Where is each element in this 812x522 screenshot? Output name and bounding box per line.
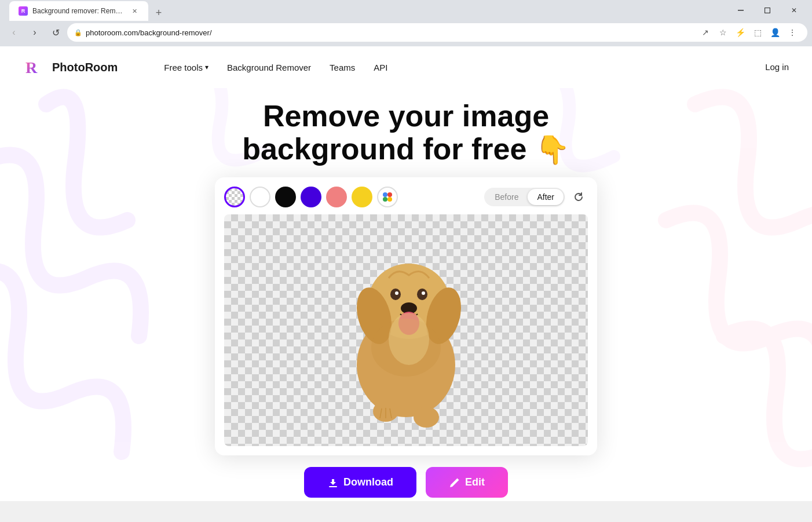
download-icon xyxy=(327,477,339,488)
tab-favicon: R xyxy=(19,6,28,16)
swatch-multicolor[interactable] xyxy=(377,187,398,207)
hero-title: Remove your image background for free 👇 xyxy=(242,100,570,166)
chevron-down-icon: ▾ xyxy=(205,63,209,71)
nav-link-background-remover[interactable]: Background Remover xyxy=(227,63,311,72)
svg-point-14 xyxy=(422,291,425,295)
nav-link-teams[interactable]: Teams xyxy=(330,63,355,72)
svg-point-18 xyxy=(414,407,439,428)
svg-rect-24 xyxy=(329,486,337,487)
edit-icon xyxy=(449,477,460,488)
svg-point-5 xyxy=(383,197,387,202)
nav-link-free-tools[interactable]: Free tools ▾ xyxy=(164,63,209,72)
before-button[interactable]: Before xyxy=(485,189,528,205)
new-tab-button[interactable]: + xyxy=(151,5,167,21)
bookmark-button[interactable]: ☆ xyxy=(715,24,731,41)
svg-point-13 xyxy=(395,291,398,295)
close-button[interactable]: ✕ xyxy=(781,2,807,19)
svg-point-3 xyxy=(383,192,387,197)
download-button[interactable]: Download xyxy=(304,467,416,498)
after-button[interactable]: After xyxy=(528,189,564,205)
swatches-row: Before After xyxy=(224,187,588,207)
profile-button[interactable]: 👤 xyxy=(767,24,783,41)
svg-point-6 xyxy=(387,197,392,202)
browser-tab[interactable]: R Background remover: Remove yo ✕ xyxy=(9,1,148,21)
multicolor-icon xyxy=(382,191,393,203)
logo-link[interactable]: R PhotoRoom xyxy=(23,56,118,79)
menu-button[interactable]: ⋮ xyxy=(784,24,800,41)
nav-actions: Log in xyxy=(765,62,789,72)
share-button[interactable]: ↗ xyxy=(697,24,714,41)
swatch-purple[interactable] xyxy=(301,187,321,207)
swatch-black[interactable] xyxy=(275,187,296,207)
dog-image xyxy=(325,232,487,429)
tab-close-button[interactable]: ✕ xyxy=(130,6,139,16)
svg-rect-0 xyxy=(738,10,744,11)
svg-point-23 xyxy=(389,313,429,365)
url-text: photoroom.com/background-remover/ xyxy=(86,28,694,37)
maximize-button[interactable] xyxy=(754,2,781,19)
back-button[interactable]: ‹ xyxy=(5,23,23,42)
canvas-area xyxy=(224,214,588,446)
nav-link-api[interactable]: API xyxy=(374,63,387,72)
svg-text:R: R xyxy=(25,59,38,76)
editor-card: Before After xyxy=(215,177,597,455)
swatch-pink[interactable] xyxy=(326,187,347,207)
page-content: R PhotoRoom Free tools ▾ Background Remo… xyxy=(0,46,812,501)
svg-rect-1 xyxy=(765,8,770,13)
nav-links: Free tools ▾ Background Remover Teams AP… xyxy=(164,63,387,72)
extension-button[interactable]: ⚡ xyxy=(732,24,748,41)
edit-button[interactable]: Edit xyxy=(426,467,508,498)
refresh-result-button[interactable] xyxy=(569,188,588,206)
logo-text: PhotoRoom xyxy=(52,61,118,74)
security-icon: 🔒 xyxy=(74,29,82,36)
tab-title: Background remover: Remove yo xyxy=(32,7,125,15)
action-buttons: Download Edit xyxy=(304,467,508,498)
refresh-icon xyxy=(573,192,584,202)
url-bar[interactable]: 🔒 photoroom.com/background-remover/ ↗ ☆ … xyxy=(67,23,807,42)
svg-point-4 xyxy=(387,192,392,197)
before-after-toggle: Before After xyxy=(484,188,565,206)
navigation: R PhotoRoom Free tools ▾ Background Remo… xyxy=(0,46,812,88)
swatch-white[interactable] xyxy=(250,187,270,207)
split-view-button[interactable]: ⬚ xyxy=(749,24,766,41)
swatch-yellow[interactable] xyxy=(352,187,372,207)
refresh-button[interactable]: ↺ xyxy=(46,23,65,42)
hand-pointer-icon: 👇 xyxy=(535,135,570,166)
login-button[interactable]: Log in xyxy=(765,62,789,72)
hero-section: Remove your image background for free 👇 xyxy=(0,88,812,498)
forward-button[interactable]: › xyxy=(25,23,44,42)
swatch-transparent[interactable] xyxy=(224,187,245,207)
logo-icon: R xyxy=(23,56,46,79)
minimize-button[interactable] xyxy=(727,2,754,19)
